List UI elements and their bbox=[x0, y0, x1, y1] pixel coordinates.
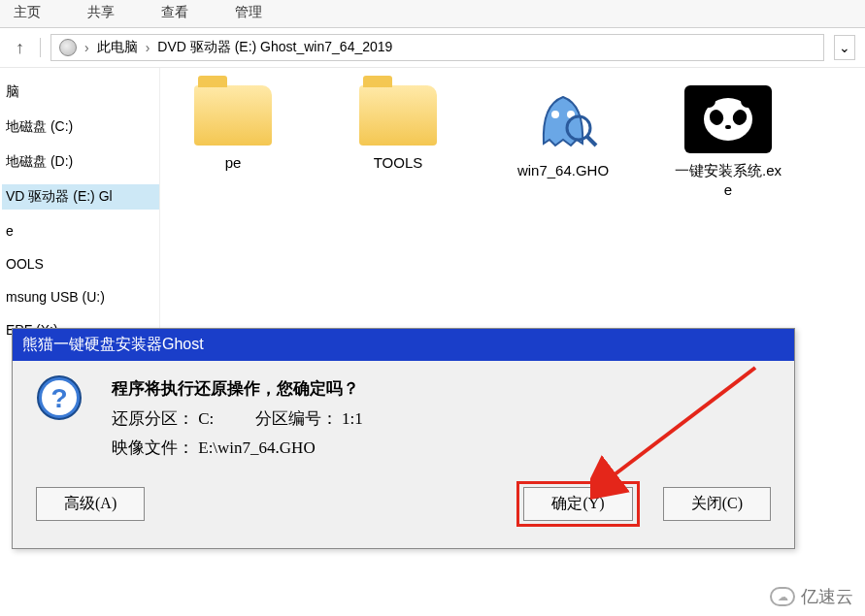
restore-partition-label: 还原分区： bbox=[112, 409, 194, 428]
address-bar: ↑ › 此电脑 › DVD 驱动器 (E:) Ghost_win7_64_201… bbox=[0, 28, 865, 68]
tab-manage[interactable]: 管理 bbox=[231, 2, 266, 23]
tab-view[interactable]: 查看 bbox=[157, 2, 192, 23]
ghost-icon bbox=[524, 85, 602, 153]
question-icon: ? bbox=[36, 374, 83, 421]
address-dropdown[interactable]: ⌄ bbox=[834, 35, 855, 60]
crumb-this-pc[interactable]: 此电脑 bbox=[97, 39, 138, 56]
tree-item[interactable]: 脑 bbox=[2, 80, 159, 105]
watermark-text: 亿速云 bbox=[801, 585, 853, 608]
tree-item[interactable]: e bbox=[2, 219, 159, 243]
svg-point-0 bbox=[551, 111, 559, 118]
tree-item[interactable]: 地磁盘 (C:) bbox=[2, 114, 159, 140]
close-button[interactable]: 关闭(C) bbox=[663, 487, 771, 521]
partition-number-label: 分区编号： bbox=[255, 409, 338, 428]
tab-home[interactable]: 主页 bbox=[10, 2, 45, 23]
tab-share[interactable]: 共享 bbox=[83, 2, 118, 23]
breadcrumb[interactable]: › 此电脑 › DVD 驱动器 (E:) Ghost_win7_64_2019 bbox=[50, 34, 824, 61]
confirm-dialog: 熊猫一键硬盘安装器Ghost ? 程序将执行还原操作，您确定吗？ 还原分区： C… bbox=[12, 328, 795, 549]
folder-icon bbox=[359, 85, 437, 146]
partition-number-value: 1:1 bbox=[342, 409, 363, 428]
image-file-label: 映像文件： bbox=[112, 438, 194, 457]
advanced-button[interactable]: 高级(A) bbox=[36, 487, 145, 521]
svg-line-3 bbox=[586, 136, 596, 146]
file-item-gho[interactable]: win7_64.GHO bbox=[510, 85, 616, 180]
watermark: ☁ 亿速云 bbox=[770, 585, 853, 608]
chevron-right-icon: › bbox=[83, 40, 91, 55]
file-label: TOOLS bbox=[345, 153, 451, 173]
dialog-text: 程序将执行还原操作，您确定吗？ 还原分区： C: 分区编号： 1:1 映像文件：… bbox=[112, 374, 771, 464]
chevron-down-icon: ⌄ bbox=[839, 40, 850, 55]
tree-item[interactable]: OOLS bbox=[2, 252, 159, 276]
separator bbox=[40, 38, 41, 57]
folder-icon bbox=[194, 85, 272, 146]
file-label: 一键安装系统.exe bbox=[675, 161, 782, 199]
dialog-title: 熊猫一键硬盘安装器Ghost bbox=[13, 329, 794, 361]
tree-item[interactable]: msung USB (U:) bbox=[2, 285, 159, 308]
nav-up-icon[interactable]: ↑ bbox=[10, 38, 30, 58]
file-item-installer[interactable]: 一键安装系统.exe bbox=[675, 85, 782, 199]
dialog-message: 程序将执行还原操作，您确定吗？ bbox=[112, 374, 771, 405]
file-item-pe[interactable]: pe bbox=[180, 85, 286, 173]
ribbon-tabs: 主页 共享 查看 管理 bbox=[0, 0, 865, 28]
file-label: pe bbox=[180, 153, 286, 173]
panda-icon bbox=[684, 85, 772, 153]
crumb-dvd[interactable]: DVD 驱动器 (E:) Ghost_win7_64_2019 bbox=[157, 39, 392, 56]
chevron-right-icon: › bbox=[144, 40, 152, 55]
restore-partition-value: C: bbox=[198, 409, 214, 428]
ok-button[interactable]: 确定(Y) bbox=[523, 487, 632, 521]
ok-button-highlight: 确定(Y) bbox=[516, 481, 639, 527]
disc-icon bbox=[59, 39, 77, 56]
file-label: win7_64.GHO bbox=[510, 161, 616, 180]
file-item-tools[interactable]: TOOLS bbox=[345, 85, 451, 173]
tree-item-selected[interactable]: VD 驱动器 (E:) Gl bbox=[2, 184, 159, 210]
tree-item[interactable]: 地磁盘 (D:) bbox=[2, 149, 159, 175]
image-file-value: E:\win7_64.GHO bbox=[198, 438, 315, 457]
svg-text:?: ? bbox=[50, 383, 67, 413]
cloud-icon: ☁ bbox=[770, 587, 795, 606]
